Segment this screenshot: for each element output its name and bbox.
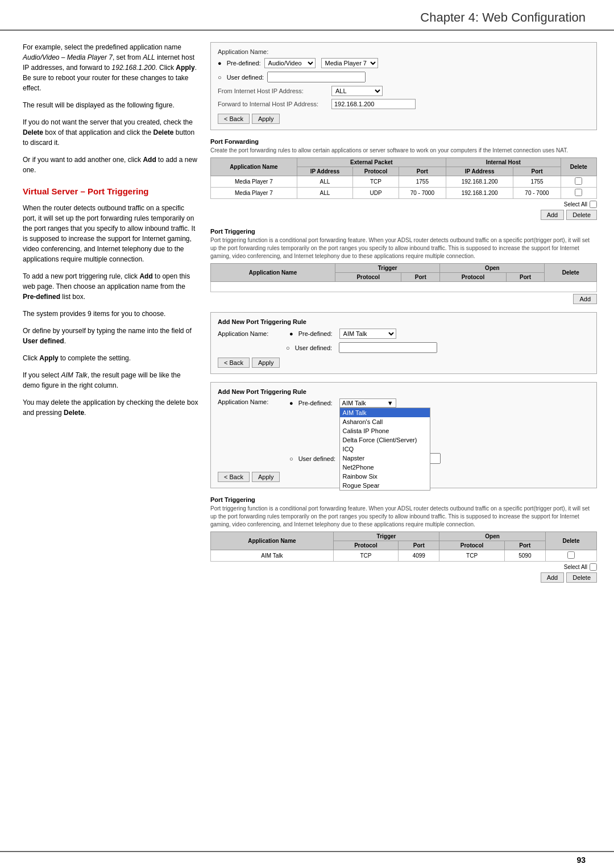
dropdown-item-1[interactable]: AIM Talk bbox=[340, 408, 430, 417]
add-button-1[interactable]: Add bbox=[541, 210, 565, 220]
table-row-empty bbox=[211, 282, 597, 292]
add-delete-row-2: Add Delete bbox=[210, 572, 597, 583]
th-t-protocol: Protocol bbox=[333, 541, 398, 550]
select-all-row: Select All bbox=[210, 201, 597, 208]
userdefined-label: User defined: bbox=[227, 74, 264, 81]
add-row-2: Add bbox=[210, 294, 597, 304]
radio-predefined-3: ● bbox=[289, 330, 293, 337]
from-ip-select[interactable]: ALL bbox=[331, 86, 383, 96]
predefined-row: ● Pre-defined: Audio/Video Media Player … bbox=[218, 58, 590, 68]
port-triggering-desc-2: Port triggering function is a conditiona… bbox=[210, 505, 597, 529]
predefined-label: Pre-defined: bbox=[227, 60, 261, 67]
section-heading-port-triggering: Virtual Server – Port Triggering bbox=[23, 185, 199, 198]
back-button-1[interactable]: < Back bbox=[218, 114, 250, 124]
userdefined-label-3: User defined: bbox=[295, 344, 332, 351]
cell-o-protocol: TCP bbox=[439, 550, 504, 562]
back-button-4[interactable]: < Back bbox=[218, 472, 250, 482]
th-o-protocol: Protocol bbox=[440, 273, 506, 282]
panel-add-triggering-1: Add New Port Triggering Rule Application… bbox=[210, 312, 597, 374]
userdefined-row-3: ○ User defined: bbox=[286, 342, 590, 353]
app-name-row-4: Application Name: ● Pre-defined: AIM Tal… bbox=[218, 398, 590, 467]
radio-userdefined-4: ○ bbox=[289, 455, 293, 462]
th-t-port: Port bbox=[399, 541, 439, 550]
port-triggering-title-1: Port Triggering bbox=[210, 228, 597, 235]
radio-predefined-4: ● bbox=[289, 400, 293, 406]
select-all-checkbox[interactable] bbox=[590, 201, 597, 208]
apply-button-3[interactable]: Apply bbox=[252, 358, 280, 368]
cell-app-name: Media Player 7 bbox=[211, 176, 297, 188]
port-triggering-section-1: Port Triggering Port triggering function… bbox=[210, 228, 597, 304]
add-button-2[interactable]: Add bbox=[573, 294, 597, 304]
th-o-protocol: Protocol bbox=[439, 541, 504, 550]
userdefined-input-3[interactable] bbox=[339, 342, 437, 353]
dropdown-item-2[interactable]: Asharon's Call bbox=[340, 417, 430, 426]
cell-protocol: TCP bbox=[353, 176, 399, 188]
para-9: Click Apply to complete the setting. bbox=[23, 353, 199, 363]
app-name-label: Application Name: bbox=[218, 48, 590, 55]
dropdown-item-4[interactable]: Delta Force (Client/Server) bbox=[340, 435, 430, 445]
from-ip-label: From Internet Host IP Address: bbox=[218, 88, 331, 94]
cell-delete[interactable] bbox=[561, 188, 596, 199]
apply-button-1[interactable]: Apply bbox=[252, 114, 280, 124]
cell-ip: ALL bbox=[297, 188, 353, 199]
dropdown-item-5[interactable]: ICQ bbox=[340, 445, 430, 454]
th-o-port: Port bbox=[504, 541, 545, 550]
para-8: Or define by yourself by typing the name… bbox=[23, 326, 199, 346]
th-open: Open bbox=[439, 532, 546, 541]
delete-button-1[interactable]: Delete bbox=[566, 210, 597, 220]
th-trigger: Trigger bbox=[333, 532, 439, 541]
th-ext-packet: External Packet bbox=[297, 158, 446, 167]
radio-predefined-icon: ● bbox=[218, 60, 222, 67]
radio-userdefined-3: ○ bbox=[286, 344, 290, 351]
forward-ip-input[interactable] bbox=[331, 99, 416, 109]
cell-protocol: UDP bbox=[353, 188, 399, 199]
table-row: AIM Talk TCP 4099 TCP 5090 bbox=[211, 550, 597, 562]
add-button-5[interactable]: Add bbox=[541, 572, 565, 583]
apply-button-4[interactable]: Apply bbox=[252, 472, 280, 482]
page-header: Chapter 4: Web Configuration bbox=[0, 0, 614, 31]
para-3: If you do not want the server that you c… bbox=[23, 117, 199, 148]
radio-userdefined-icon: ○ bbox=[218, 74, 222, 81]
para-5: When the router detects outbound traffic… bbox=[23, 203, 199, 264]
predefined-col: ● Pre-defined: AIM Talk ▼ AIM Talk Ashar… bbox=[289, 398, 441, 467]
para-2: The result will be displayed as the foll… bbox=[23, 100, 199, 110]
th-port: Port bbox=[399, 167, 446, 176]
th-int-host: Internal Host bbox=[446, 158, 561, 167]
th-open: Open bbox=[440, 264, 545, 273]
table-row: Media Player 7 ALL TCP 1755 192.168.1.20… bbox=[211, 176, 597, 188]
port-triggering-table-2: Application Name Trigger Open Delete Pro… bbox=[210, 531, 597, 562]
predefined-label-4: Pre-defined: bbox=[298, 400, 333, 406]
back-button-3[interactable]: < Back bbox=[218, 358, 250, 368]
port-triggering-table-1: Application Name Trigger Open Delete Pro… bbox=[210, 263, 597, 292]
delete-button-5[interactable]: Delete bbox=[566, 572, 597, 583]
dropdown-item-6[interactable]: Napster bbox=[340, 454, 430, 463]
dropdown-item-9[interactable]: Rogue Spear bbox=[340, 481, 430, 490]
dropdown-item-7[interactable]: Net2Phone bbox=[340, 463, 430, 472]
predefined-select-audio[interactable]: Audio/Video bbox=[264, 58, 316, 68]
th-t-port: Port bbox=[401, 273, 440, 282]
cell-delete[interactable] bbox=[545, 550, 596, 562]
port-forwarding-desc: Create the port forwarding rules to allo… bbox=[210, 147, 597, 155]
left-column: For example, select the predefined appli… bbox=[23, 42, 199, 840]
th-int-port: Port bbox=[513, 167, 561, 176]
cell-o-port: 5090 bbox=[504, 550, 545, 562]
userdefined-input[interactable] bbox=[267, 72, 366, 82]
cell-ip: ALL bbox=[297, 176, 353, 188]
port-forwarding-title: Port Forwarding bbox=[210, 138, 597, 145]
app-name-row-3: Application Name: ● Pre-defined: AIM Tal… bbox=[218, 329, 590, 339]
predefined-select-player[interactable]: Media Player 7 bbox=[321, 58, 378, 68]
panel3-btn-row: < Back Apply bbox=[218, 358, 590, 368]
panel-app-name: Application Name: ● Pre-defined: Audio/V… bbox=[210, 42, 597, 130]
forward-ip-row: Forward to Internal Host IP Address: bbox=[218, 99, 590, 109]
cell-int-ip: 192.168.1.200 bbox=[446, 176, 513, 188]
chapter-title: Chapter 4: Web Configuration bbox=[420, 10, 586, 24]
predefined-select-3[interactable]: AIM Talk bbox=[339, 329, 396, 339]
para-11: You may delete the application by checki… bbox=[23, 397, 199, 418]
cell-delete[interactable] bbox=[561, 176, 596, 188]
th-delete: Delete bbox=[545, 264, 597, 282]
th-app-name: Application Name bbox=[211, 264, 335, 282]
dropdown-item-3[interactable]: Calista IP Phone bbox=[340, 426, 430, 435]
dropdown-item-8[interactable]: Rainbow Six bbox=[340, 472, 430, 481]
select-all-checkbox-2[interactable] bbox=[590, 563, 597, 571]
para-7: The system provides 9 items for you to c… bbox=[23, 309, 199, 319]
